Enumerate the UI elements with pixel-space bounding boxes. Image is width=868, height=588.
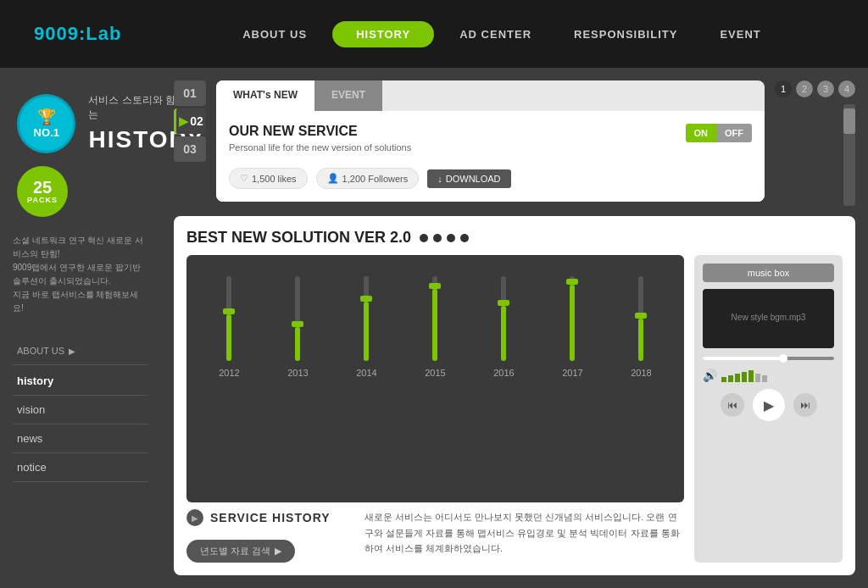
slide-num-1[interactable]: 01 xyxy=(174,80,206,106)
play-button[interactable]: ▶ xyxy=(753,389,785,421)
slider-2016[interactable] xyxy=(501,276,506,361)
logo: 9009:Lab xyxy=(34,23,136,45)
badge-no1-label: NO.1 xyxy=(34,126,59,139)
top-right-area: 1 2 3 4 xyxy=(775,80,855,206)
music-progress-bar[interactable] xyxy=(703,357,834,360)
bar-2013: 2013 xyxy=(287,276,308,378)
music-info: New style bgm.mp3 xyxy=(732,313,806,325)
badge-no1: 🏆 NO.1 xyxy=(17,94,75,153)
bar-2015: 2015 xyxy=(425,276,445,378)
sidebar-item-news[interactable]: news xyxy=(0,426,161,451)
nav-event[interactable]: EVENT xyxy=(703,21,777,47)
bar-2012: 2012 xyxy=(219,276,239,378)
year-2018: 2018 xyxy=(631,368,651,378)
progress-handle[interactable] xyxy=(779,354,787,363)
dot-4 xyxy=(460,234,469,242)
bar-2018: 2018 xyxy=(631,276,651,378)
fast-forward-button[interactable]: ⏭ xyxy=(793,393,817,417)
main-nav: ABOUT US HISTORY AD CENTER RESPONSIBILIT… xyxy=(170,21,834,47)
badge-area: 🏆 NO.1 서비스 스토리와 함께하는 HISTORY 25 PACKS xyxy=(0,85,161,234)
slider-2018[interactable] xyxy=(638,276,643,361)
page-3[interactable]: 3 xyxy=(817,80,834,97)
user-icon: 👤 xyxy=(327,173,339,184)
scrollbar-thumb[interactable] xyxy=(843,108,855,134)
nav-about-us[interactable]: ABOUT US xyxy=(225,21,324,47)
slider-2012[interactable] xyxy=(226,276,231,361)
panel-actions: ♡ 1,500 likes 👤 1,200 Followers ↓ DOWNLO… xyxy=(229,168,752,189)
hero-desc-1: 소셜 네트워크 연구 혁신 새로운 서비스의 탄힘! xyxy=(13,234,148,261)
followers-button[interactable]: 👤 1,200 Followers xyxy=(316,168,420,189)
heart-icon: ♡ xyxy=(240,173,248,184)
hero-desc-3: 지금 바로 랩서비스를 체험해보세요! xyxy=(13,288,148,315)
main-box-header: BEST NEW SOLUTION VER 2.0 xyxy=(186,229,843,247)
trophy-icon: 🏆 xyxy=(37,108,56,126)
page-4[interactable]: 4 xyxy=(838,80,855,97)
slide-numbers: 01 ▶ 02 03 xyxy=(174,80,206,162)
rewind-button[interactable]: ⏮ xyxy=(721,393,744,417)
badge-25: 25 PACKS xyxy=(17,166,68,217)
likes-count: 1,500 likes xyxy=(252,174,297,184)
year-2013: 2013 xyxy=(287,368,308,378)
sidebar-section-label: ABOUT US ▶ xyxy=(0,341,161,361)
vol-seg-7 xyxy=(762,375,767,382)
sh-title: SERVICE HISTORY xyxy=(210,511,331,524)
badge-25-num: 25 xyxy=(33,179,52,196)
volume-bar xyxy=(721,369,767,382)
tab-event[interactable]: EVENT xyxy=(314,80,382,111)
download-label: DOWNLOAD xyxy=(446,174,501,184)
slide-num-2[interactable]: ▶ 02 xyxy=(174,108,206,134)
sh-button-arrow: ▶ xyxy=(275,546,281,557)
likes-button[interactable]: ♡ 1,500 likes xyxy=(229,168,308,189)
vol-seg-4 xyxy=(742,372,747,382)
vol-seg-6 xyxy=(755,374,760,382)
main-box-title: BEST NEW SOLUTION VER 2.0 xyxy=(186,229,411,247)
bar-2014: 2014 xyxy=(356,276,376,378)
toggle-off[interactable]: OFF xyxy=(716,124,752,142)
pagination: 1 2 3 4 xyxy=(775,80,855,97)
download-button[interactable]: ↓ DOWNLOAD xyxy=(427,169,510,188)
progress-track xyxy=(703,357,834,360)
badge-packs-label: PACKS xyxy=(27,196,58,204)
whats-new-panel: WHAT's NEW EVENT OUR NEW SERVICE Persona… xyxy=(216,80,765,202)
panel-title: OUR NEW SERVICE xyxy=(229,124,411,139)
progress-fill xyxy=(703,357,782,360)
year-2012: 2012 xyxy=(219,368,239,378)
page-1[interactable]: 1 xyxy=(775,80,792,97)
slider-2017[interactable] xyxy=(570,276,575,361)
sidebar-item-notice[interactable]: notice xyxy=(0,455,161,480)
vol-seg-3 xyxy=(735,374,740,382)
music-controls: ⏮ ▶ ⏭ xyxy=(703,389,834,421)
sidebar-about-us-label: ABOUT US xyxy=(17,346,64,356)
followers-count: 1,200 Followers xyxy=(342,174,409,184)
vol-seg-5 xyxy=(748,370,754,382)
bottom-row: 2012 2013 xyxy=(186,255,843,563)
nav-history[interactable]: HISTORY xyxy=(332,21,434,47)
service-history-left: ▶ SERVICE HISTORY 년도별 자료 검색 ▶ xyxy=(186,509,356,563)
page-2[interactable]: 2 xyxy=(796,80,813,97)
download-icon: ↓ xyxy=(437,174,442,184)
play-indicator: ▶ xyxy=(179,114,188,128)
hero-desc-2: 9009랩에서 연구한 새로운 팝기반 솔루션이 출시되었습니다. xyxy=(13,261,148,288)
sidebar: 🏆 NO.1 서비스 스토리와 함께하는 HISTORY 25 PACKS 소셜… xyxy=(0,68,161,588)
toggle-button[interactable]: ON OFF xyxy=(686,124,753,142)
sh-header: ▶ SERVICE HISTORY xyxy=(186,509,356,526)
slider-2015[interactable] xyxy=(432,276,437,361)
sidebar-item-vision[interactable]: vision xyxy=(0,397,161,422)
tab-whats-new[interactable]: WHAT's NEW xyxy=(216,80,314,111)
slider-2014[interactable] xyxy=(364,276,369,361)
top-banner: 01 ▶ 02 03 WHAT's NEW EVENT OUR NEW SERV… xyxy=(174,80,855,206)
panel-content: OUR NEW SERVICE Personal life for the ne… xyxy=(216,111,765,202)
sidebar-item-history[interactable]: history xyxy=(0,369,161,393)
nav-ad-center[interactable]: AD CENTER xyxy=(442,21,548,47)
slide-num-3[interactable]: 03 xyxy=(174,136,206,162)
music-box: music box New style bgm.mp3 xyxy=(694,255,843,563)
slider-2013[interactable] xyxy=(295,276,300,361)
year-2015: 2015 xyxy=(425,368,445,378)
chart-bars: 2012 2013 xyxy=(195,268,676,378)
toggle-on[interactable]: ON xyxy=(686,124,717,142)
sh-search-button[interactable]: 년도별 자료 검색 ▶ xyxy=(186,540,295,563)
sh-description: 새로운 서비스는 어디서도 만나보지 못했던 신개념의 서비스입니다. 오랜 연… xyxy=(364,509,684,563)
panel-subtitle: Personal life for the new version of sol… xyxy=(229,142,411,153)
nav-responsibility[interactable]: RESPONSIBILITY xyxy=(557,21,694,47)
dot-3 xyxy=(447,234,455,242)
